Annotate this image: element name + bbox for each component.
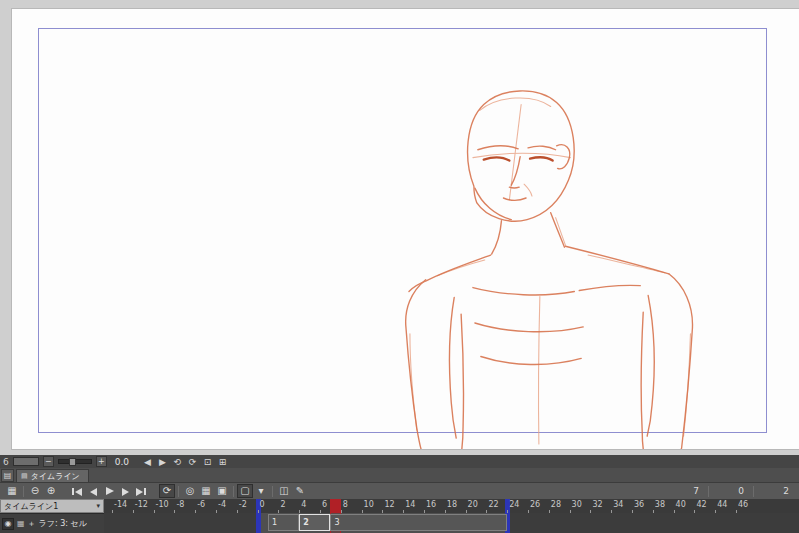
frame-number: 44 — [717, 500, 727, 509]
frame-number: -6 — [197, 500, 205, 509]
timeline-info: 7 0 2 — [673, 486, 799, 497]
zoom-slider[interactable] — [58, 459, 92, 464]
frame-number: 14 — [405, 500, 415, 509]
timeline-track-row: ◉ ▦ ＋ ラフ: 3: セル 123 — [0, 513, 799, 533]
frame-number: 10 — [364, 500, 374, 509]
frame-number: 34 — [613, 500, 623, 509]
rough-character-sketch — [12, 9, 799, 449]
statusbar-icons: ◀▶⟲⟳⊡⊞ — [141, 456, 229, 467]
layer-thumbnail-icon: ▦ — [17, 519, 25, 528]
visibility-eye-icon[interactable]: ◉ — [2, 518, 14, 530]
playhead[interactable] — [330, 499, 340, 513]
cel-track[interactable]: 123 — [104, 513, 799, 533]
enable-cel-edit-icon[interactable]: ▢ — [237, 484, 253, 498]
frame-number: 6 — [322, 500, 327, 509]
timeline-ruler-row: タイムライン1 ▾ -14-12-10-8-6-4-20246810121416… — [0, 499, 799, 513]
frame-number: 2 — [280, 500, 285, 509]
toolbar-separator — [178, 486, 179, 497]
frame-number: 8 — [343, 500, 348, 509]
info-separator — [708, 486, 709, 497]
play-icon[interactable] — [101, 484, 117, 498]
animation-cel[interactable]: 3 — [330, 514, 507, 531]
render-preview-icon[interactable]: ▣ — [214, 484, 230, 498]
frame-number: -14 — [114, 500, 127, 509]
layer-panel[interactable]: ◉ ▦ ＋ ラフ: 3: セル — [0, 513, 104, 533]
timeline-menu-icon[interactable]: ▦ — [4, 484, 20, 498]
frame-number: -12 — [135, 500, 148, 509]
frame-number: 28 — [551, 500, 561, 509]
zoom-in-icon[interactable]: ⊕ — [43, 484, 59, 498]
frame-number: 24 — [509, 500, 519, 509]
page-prev-icon[interactable]: ◀ — [141, 456, 154, 467]
frame-number: 20 — [468, 500, 478, 509]
frame-number: 38 — [655, 500, 665, 509]
layer-label: ラフ: 3: セル — [39, 518, 87, 529]
timeline-tab-label: タイムライン — [31, 471, 80, 482]
frame-number: 12 — [384, 500, 394, 509]
current-frame-value: 7 — [673, 486, 699, 496]
out-of-range-right — [510, 513, 799, 533]
canvas-area — [0, 0, 799, 455]
frame-prev-icon[interactable] — [85, 484, 101, 498]
zoom-out-button[interactable]: − — [43, 456, 54, 467]
canvas-page[interactable] — [11, 8, 799, 450]
rotate-cw-icon[interactable]: ⟳ — [186, 456, 199, 467]
frame-number: 0 — [260, 500, 265, 509]
canvas-statusbar: 6 − + 0.0 ◀▶⟲⟳⊡⊞ — [0, 455, 799, 468]
frame-number: 26 — [530, 500, 540, 509]
frame-number: 22 — [488, 500, 498, 509]
chevron-down-icon: ▾ — [96, 502, 100, 510]
animation-cel[interactable]: 2 — [299, 514, 330, 531]
frame-number: 16 — [426, 500, 436, 509]
frame-number: 42 — [696, 500, 706, 509]
pencil-icon[interactable]: ✎ — [292, 484, 308, 498]
frame-number: -10 — [156, 500, 169, 509]
frame-number: 30 — [572, 500, 582, 509]
frame-number: 40 — [676, 500, 686, 509]
reset-view-icon[interactable]: ⊡ — [201, 456, 214, 467]
info-separator — [753, 486, 754, 497]
skip-start-icon[interactable] — [69, 484, 85, 498]
cel-relay-icon[interactable]: ▦ — [198, 484, 214, 498]
skip-end-icon[interactable] — [133, 484, 149, 498]
animation-cel[interactable]: 1 — [268, 514, 299, 531]
tab-timeline[interactable]: ▤ タイムライン — [16, 469, 89, 482]
toolbar-separator — [272, 486, 273, 497]
frame-number: -8 — [176, 500, 184, 509]
layer-expander-icon[interactable]: ＋ — [28, 518, 36, 529]
rotation-value: 0.0 — [115, 457, 129, 467]
loop-playback-icon[interactable]: ⟳ — [159, 484, 175, 498]
start-frame-value: 0 — [718, 486, 744, 496]
navigator-preview[interactable] — [13, 457, 39, 466]
onion-skin-icon[interactable]: ◎ — [182, 484, 198, 498]
frame-number: 32 — [592, 500, 602, 509]
page-next-icon[interactable]: ▶ — [156, 456, 169, 467]
zoom-slider-handle[interactable] — [69, 458, 76, 466]
frame-number: -2 — [239, 500, 247, 509]
timeline-panel-header: ▤ ▤ タイムライン — [0, 468, 799, 482]
frame-number: 36 — [634, 500, 644, 509]
panel-menu-icon[interactable]: ▤ — [1, 469, 14, 482]
zoom-in-button[interactable]: + — [96, 456, 107, 467]
frame-number: 18 — [447, 500, 457, 509]
rotate-ccw-icon[interactable]: ⟲ — [171, 456, 184, 467]
zoom-out-icon[interactable]: ⊖ — [27, 484, 43, 498]
range-start-marker[interactable] — [256, 513, 261, 533]
light-table-icon[interactable]: ◫ — [276, 484, 292, 498]
frame-skip-value: 2 — [763, 486, 789, 496]
timeline-toolbar: ▦⊖⊕⟳◎▦▣▢▾◫✎ 7 0 2 — [0, 482, 799, 499]
frame-number: 4 — [301, 500, 306, 509]
toolbar-separator — [23, 486, 24, 497]
timeline-select-dropdown[interactable]: タイムライン1 ▾ — [0, 499, 104, 513]
frame-number: -4 — [218, 500, 226, 509]
zoom-value-partial: 6 — [3, 457, 9, 467]
frame-number: 46 — [738, 500, 748, 509]
out-of-range-left — [104, 513, 256, 533]
timeline-tab-icon: ▤ — [21, 472, 28, 480]
timeline-toolbar-icons: ▦⊖⊕⟳◎▦▣▢▾◫✎ — [4, 484, 308, 498]
frame-next-icon[interactable] — [117, 484, 133, 498]
toolbar-separator — [233, 486, 234, 497]
fit-screen-icon[interactable]: ⊞ — [216, 456, 229, 467]
frame-ruler[interactable]: -14-12-10-8-6-4-202468101214161820222426… — [104, 499, 799, 513]
cel-dropdown-icon[interactable]: ▾ — [253, 484, 269, 498]
